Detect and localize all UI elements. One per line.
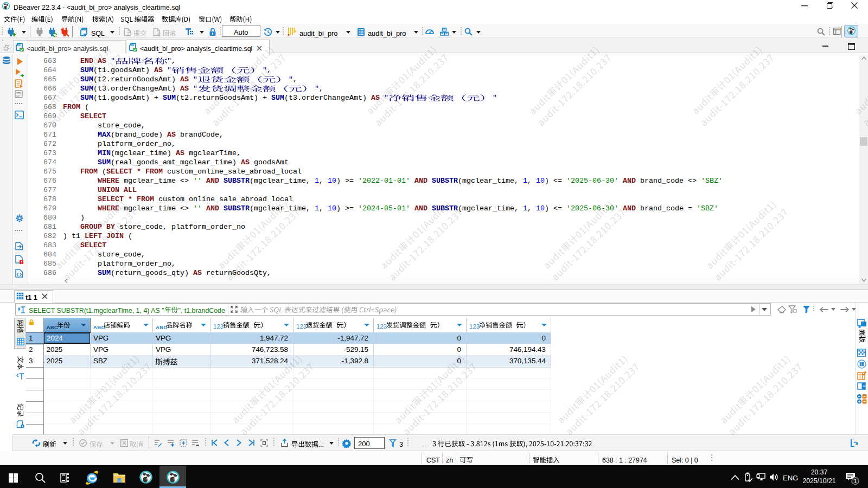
svg-text:1: 1 xyxy=(853,478,857,484)
